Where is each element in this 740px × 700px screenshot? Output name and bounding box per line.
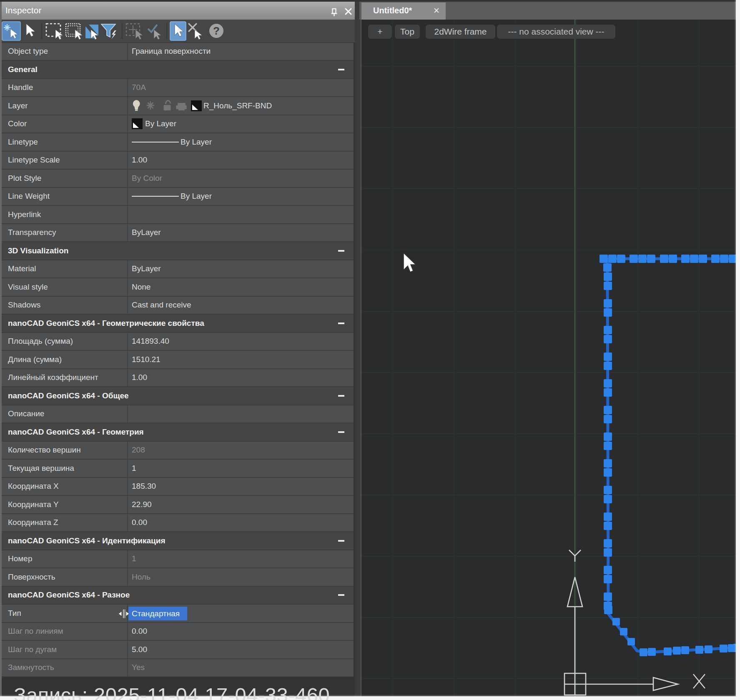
svg-text:?: ?	[213, 25, 220, 37]
